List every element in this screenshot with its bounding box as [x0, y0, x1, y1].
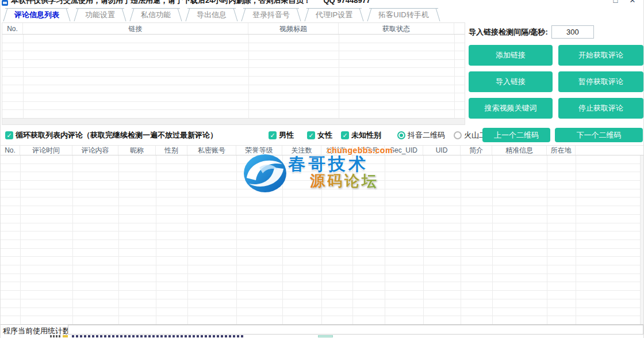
- comment-table: No. 评论时间 评论内容 昵称 性别 私密账号 荣誉等级 关注数 粉丝数 抖音…: [1, 145, 644, 324]
- comment-table-header: No. 评论时间 评论内容 昵称 性别 私密账号 荣誉等级 关注数 粉丝数 抖音…: [1, 146, 644, 155]
- tab-uid-to-phone[interactable]: 拓客UID转手机: [369, 8, 438, 22]
- column-header-precise-info: 精准信息: [492, 146, 547, 155]
- radio-icon: [454, 131, 462, 139]
- loop-fetch-checkbox[interactable]: 循环获取列表内评论（获取完继续检测一遍不放过最新评论）: [5, 130, 217, 140]
- column-header-honor-level: 荣誉等级: [236, 146, 282, 155]
- disclaimer-text: 本软件仅供学习交流使用，请勿用于违法用途，请于下载后24小时内删除，否则后果自负…: [11, 0, 310, 5]
- column-header-fetch-status: 获取状态: [339, 23, 454, 34]
- comment-table-body[interactable]: [1, 155, 644, 324]
- link-table: No. 链接 视频标题 获取状态: [2, 22, 465, 125]
- column-header-comment-content: 评论内容: [72, 146, 118, 155]
- pause-fetch-comments-button[interactable]: 暂停获取评论: [558, 71, 643, 92]
- window-title: 本软件仅供学习交流使用，请勿用于违法用途，请于下载后24小时内删除，否则后果自负…: [11, 0, 370, 6]
- close-icon[interactable]: ✕: [625, 0, 640, 6]
- next-qr-button[interactable]: 下一个二维码: [555, 128, 643, 142]
- tab-proxy-ip[interactable]: 代理IP设置: [306, 8, 362, 22]
- window-controls: □ ✕: [608, 0, 640, 6]
- tab-function-settings[interactable]: 功能设置: [76, 8, 124, 22]
- gender-female-checkbox[interactable]: 女性: [307, 130, 332, 140]
- clipped-button-fragment: [318, 335, 333, 337]
- column-header-spacer: [576, 146, 644, 155]
- app-icon: [2, 0, 8, 6]
- column-header-comment-time: 评论时间: [20, 146, 72, 155]
- tab-bar: 评论信息列表 功能设置 私信功能 导出信息 登录抖音号 代理IP设置 拓客UID…: [1, 7, 644, 22]
- horizontal-scrollbar[interactable]: [2, 118, 465, 124]
- column-header-uid: UID: [423, 146, 461, 155]
- start-fetch-comments-button[interactable]: 开始获取评论: [558, 45, 643, 66]
- gender-unknown-checkbox[interactable]: 未知性别: [341, 130, 381, 140]
- gender-male-label: 男性: [279, 130, 294, 140]
- loop-fetch-label: 循环获取列表内评论（获取完继续检测一遍不放过最新评论）: [16, 130, 217, 140]
- checkbox-icon: [307, 131, 315, 139]
- column-header-nickname: 昵称: [118, 146, 156, 155]
- qq-contact: QQ 97448977: [323, 0, 370, 5]
- checkbox-icon: [269, 131, 277, 139]
- column-header-sec-uid: Sec_UID: [385, 146, 423, 155]
- options-bar: 循环获取列表内评论（获取完继续检测一遍不放过最新评论） 男性 女性 未知性别 抖…: [1, 128, 644, 143]
- tab-private-message[interactable]: 私信功能: [132, 8, 180, 22]
- douyin-qr-radio[interactable]: 抖音二维码: [397, 130, 445, 140]
- checkbox-icon: [5, 131, 13, 139]
- add-link-button[interactable]: 添加链接: [469, 45, 553, 66]
- interval-label: 导入链接检测间隔/毫秒:: [469, 27, 548, 37]
- column-header-spacer: [454, 23, 465, 34]
- column-header-douyin-id: 抖音号: [352, 146, 385, 155]
- tab-export-info[interactable]: 导出信息: [187, 8, 236, 22]
- column-header-bio: 简介: [461, 146, 492, 155]
- clipped-text-fragment: [72, 335, 244, 337]
- title-bar: 本软件仅供学习交流使用，请勿用于违法用途，请于下载后24小时内删除，否则后果自负…: [1, 0, 644, 7]
- usage-stats-value: [68, 325, 643, 335]
- interval-input[interactable]: [551, 25, 594, 39]
- status-bar: 程序当前使用统计数:: [1, 324, 644, 335]
- tab-login-douyin[interactable]: 登录抖音号: [243, 8, 299, 22]
- vertical-scrollbar[interactable]: [640, 155, 644, 324]
- tab-comment-list[interactable]: 评论信息列表: [5, 8, 68, 22]
- control-panel: 导入链接检测间隔/毫秒: 添加链接 开始获取评论 导入链接 暂停获取评论 搜索视…: [467, 22, 644, 125]
- column-header-private-account: 私密账号: [187, 146, 236, 155]
- gender-male-checkbox[interactable]: 男性: [269, 130, 294, 140]
- column-header-video-title: 视频标题: [248, 23, 339, 34]
- column-header-following-count: 关注数: [282, 146, 321, 155]
- radio-icon: [397, 131, 405, 139]
- column-header-no: No.: [2, 23, 23, 34]
- gender-female-label: 女性: [317, 130, 332, 140]
- clipped-text-fragment: [50, 335, 62, 337]
- app-window: 本软件仅供学习交流使用，请勿用于违法用途，请于下载后24小时内删除，否则后果自负…: [0, 0, 644, 338]
- link-table-body[interactable]: [2, 35, 465, 118]
- column-header-location: 所在地: [547, 146, 576, 155]
- link-table-header: No. 链接 视频标题 获取状态: [2, 23, 465, 35]
- checkbox-icon: [341, 131, 349, 139]
- clipped-folder-icon: [63, 335, 68, 337]
- stop-fetch-comments-button[interactable]: 停止获取评论: [558, 98, 643, 119]
- background-window-edge: [1, 335, 644, 338]
- gender-unknown-label: 未知性别: [351, 130, 381, 140]
- douyin-qr-label: 抖音二维码: [408, 130, 445, 140]
- column-header-link: 链接: [23, 23, 248, 34]
- search-video-keyword-button[interactable]: 搜索视频关键词: [469, 98, 553, 119]
- column-header-fans-count: 粉丝数: [321, 146, 352, 155]
- import-link-button[interactable]: 导入链接: [469, 71, 553, 92]
- column-header-no: No.: [1, 146, 20, 155]
- minimize-icon[interactable]: □: [608, 0, 623, 6]
- previous-qr-button[interactable]: 上一个二维码: [482, 128, 550, 142]
- column-header-gender: 性别: [156, 146, 187, 155]
